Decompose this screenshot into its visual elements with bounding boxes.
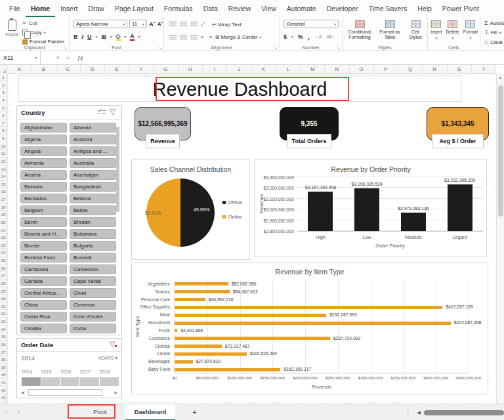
column-header-B[interactable]: B <box>32 65 56 73</box>
slicer-item[interactable]: Albania <box>70 123 116 133</box>
bar-cosmetics[interactable] <box>175 337 330 340</box>
row-header-22[interactable]: 22 <box>0 234 7 242</box>
slicer-item[interactable]: Antigua and ... <box>70 146 116 156</box>
row-header-34[interactable]: 34 <box>0 326 7 333</box>
slicer-item[interactable]: Azerbaijan <box>70 170 116 180</box>
format-as-table-button[interactable]: Format as Table <box>378 20 402 40</box>
row-header-1[interactable]: 1 <box>0 74 7 81</box>
slicer-item[interactable]: Bhutan <box>70 217 116 227</box>
row-header-18[interactable]: 18 <box>0 203 7 211</box>
increase-decimal-button[interactable]: ←.0 <box>314 35 322 39</box>
row-header-33[interactable]: 33 <box>0 318 7 326</box>
orientation-icon[interactable]: ⤢ <box>201 21 205 28</box>
ribbon-tab-help[interactable]: Help <box>412 0 437 17</box>
column-header-F[interactable]: F <box>129 65 154 73</box>
slicer-item[interactable]: Bulgaria <box>70 241 116 251</box>
timeline-segment-2018[interactable] <box>100 377 119 386</box>
insert-function-icon[interactable]: ƒx <box>74 54 87 61</box>
bold-button[interactable]: B <box>74 33 78 40</box>
row-header-17[interactable]: 17 <box>0 196 7 203</box>
sheet-nav-prev-icon[interactable]: ‹ <box>0 409 12 415</box>
row-header-3[interactable]: 3 <box>0 89 7 96</box>
row-header-5[interactable]: 5 <box>0 104 7 112</box>
slicer-item[interactable]: Belgium <box>20 205 67 215</box>
autosum-button[interactable]: Σ AutoSum <box>484 20 504 26</box>
slicer-item[interactable]: Cambodia <box>20 264 67 274</box>
bar-office-supplies[interactable] <box>175 306 442 309</box>
bar-personal-care[interactable] <box>175 298 205 301</box>
comma-format-button[interactable]: , <box>308 33 310 41</box>
merge-center-button[interactable]: ⊞Merge & Center▾ <box>215 34 261 40</box>
cell-styles-button[interactable]: Cell Styles <box>406 20 425 40</box>
align-left-icon[interactable] <box>169 35 177 40</box>
slicer-item[interactable]: Canada <box>20 276 67 286</box>
confirm-entry-icon[interactable]: ✓ <box>62 54 74 61</box>
decrease-decimal-button[interactable]: .00→ <box>326 35 335 39</box>
column-header-G[interactable]: G <box>154 65 178 73</box>
align-right-icon[interactable] <box>190 35 198 40</box>
bar-household[interactable] <box>175 322 451 325</box>
row-header-36[interactable]: 36 <box>0 341 7 348</box>
slicer-item[interactable]: Cameroon <box>70 264 116 274</box>
ribbon-tab-review[interactable]: Review <box>223 0 256 17</box>
slicer-item[interactable]: Angola <box>20 146 67 156</box>
row-header-19[interactable]: 19 <box>0 211 7 219</box>
clear-filter-icon[interactable] <box>109 109 117 116</box>
row-header-29[interactable]: 29 <box>0 287 7 295</box>
column-header-M[interactable]: M <box>301 65 325 73</box>
sheet-nav-next-icon[interactable]: › <box>12 409 25 415</box>
row-header-14[interactable]: 14 <box>0 173 7 180</box>
vertical-scrollbar-thumb[interactable] <box>498 85 503 217</box>
row-header-12[interactable]: 12 <box>0 158 7 165</box>
ribbon-tab-insert[interactable]: Insert <box>55 0 83 17</box>
timeline-scrollbar[interactable]: ◀ ▶ <box>21 388 117 396</box>
row-header-10[interactable]: 10 <box>0 142 7 150</box>
vertical-scrollbar[interactable]: ▲ <box>496 74 504 404</box>
column-header-A[interactable]: A <box>7 65 32 73</box>
ribbon-tab-time-savers[interactable]: Time Savers <box>364 0 413 17</box>
sales-channel-pie-chart[interactable]: Sales Channel Distribution 49.99% 50.01%… <box>131 159 250 260</box>
row-header-8[interactable]: 8 <box>0 127 7 135</box>
wrap-text-button[interactable]: ↩Wrap Text <box>212 22 241 28</box>
ribbon-tab-formulas[interactable]: Formulas <box>159 0 198 17</box>
bar-high[interactable] <box>308 192 333 231</box>
slicer-scrollbar-thumb[interactable] <box>116 127 119 212</box>
slicer-item[interactable]: Croatia <box>20 324 67 333</box>
slicer-item[interactable]: Belarus <box>70 194 116 203</box>
clear-button[interactable]: ◇ Clear▾ <box>484 39 504 45</box>
timeline-clear-filter-icon[interactable] <box>109 341 117 348</box>
row-header-39[interactable]: 39 <box>0 364 7 371</box>
cut-button[interactable]: ✂ Cut <box>22 20 37 26</box>
slicer-item[interactable]: Cuba <box>70 324 116 333</box>
bar-cereal[interactable] <box>175 352 247 356</box>
ribbon-tab-page-layout[interactable]: Page Layout <box>110 0 159 17</box>
ribbon-tab-automate[interactable]: Automate <box>282 0 322 17</box>
name-box-dropdown-icon[interactable]: ▾ <box>35 56 37 60</box>
slicer-item[interactable]: China <box>20 300 67 310</box>
slicer-item[interactable]: Algeria <box>20 135 67 144</box>
row-header-9[interactable]: 9 <box>0 135 7 142</box>
column-header-P[interactable]: P <box>374 65 398 73</box>
bar-fruits[interactable] <box>175 329 177 332</box>
multi-select-icon[interactable] <box>98 109 106 116</box>
column-header-L[interactable]: L <box>276 65 301 73</box>
column-header-I[interactable]: I <box>203 65 227 73</box>
conditional-formatting-button[interactable]: Conditional Formatting <box>345 20 374 40</box>
insert-cells-button[interactable]: Insert▾ <box>430 20 442 40</box>
slicer-item[interactable]: Burundi <box>70 253 116 262</box>
timeline-scroll-right-icon[interactable]: ▶ <box>114 390 117 394</box>
row-header-27[interactable]: 27 <box>0 272 7 280</box>
timeline-segment-2014[interactable] <box>22 377 41 386</box>
font-color-button[interactable]: A <box>130 33 135 41</box>
bar-meat[interactable] <box>175 314 326 317</box>
row-header-13[interactable]: 13 <box>0 165 7 173</box>
slicer-item[interactable]: Costa Rica <box>20 312 67 322</box>
column-header-E[interactable]: E <box>105 65 129 73</box>
slicer-scrollbar[interactable] <box>116 124 119 331</box>
timeline-period-dropdown[interactable]: YEARS ▾ <box>98 355 117 361</box>
slicer-item[interactable]: Cape Verde <box>70 276 116 286</box>
name-box[interactable]: X11 ▾ <box>0 51 41 64</box>
underline-button[interactable]: U <box>87 33 92 40</box>
column-header-Q[interactable]: Q <box>398 65 423 73</box>
cancel-entry-icon[interactable]: × <box>53 54 63 61</box>
